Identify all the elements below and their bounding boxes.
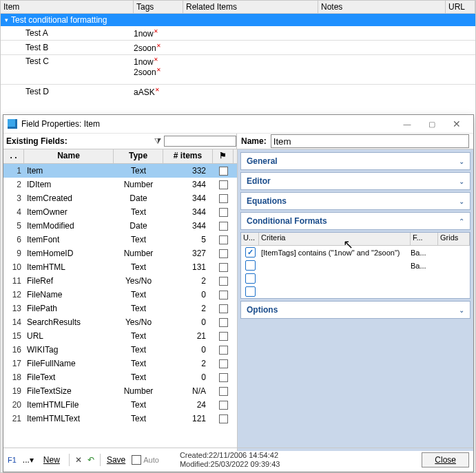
section-conditional[interactable]: Conditional Formats⌃	[240, 212, 470, 230]
field-row[interactable]: 2 IDItem Number 344	[3, 178, 237, 191]
col-url[interactable]: URL	[446, 1, 475, 13]
field-row[interactable]: 5 ItemModified Date 344	[3, 219, 237, 233]
row-flag-checkbox[interactable]	[219, 332, 228, 341]
col-flag[interactable]: ⚑	[213, 149, 234, 163]
field-row[interactable]: 19 FileTextSize Number N/A	[3, 384, 237, 398]
row-flag-checkbox[interactable]	[219, 235, 228, 244]
row-flag-checkbox[interactable]	[219, 194, 228, 203]
field-row[interactable]: 21 ItemHTMLText Text 121	[3, 412, 237, 425]
minimize-button[interactable]: —	[395, 120, 420, 128]
field-row[interactable]: 12 FileName Text 0	[3, 288, 237, 302]
row-flag-checkbox[interactable]	[219, 222, 228, 231]
col-type[interactable]: Type	[114, 149, 163, 163]
row-type: Text	[114, 262, 163, 272]
name-input[interactable]	[271, 134, 469, 148]
row-flag-checkbox[interactable]	[219, 263, 228, 272]
maximize-button[interactable]: ▢	[420, 120, 444, 129]
auto-label: Auto	[143, 456, 159, 464]
cf-use-checkbox[interactable]	[245, 286, 256, 297]
row-type: Number	[114, 180, 163, 189]
field-row[interactable]: 3 ItemCreated Date 344	[3, 191, 237, 205]
data-row[interactable]: Test C 1now✕2soon✕	[1, 54, 475, 84]
row-flag-checkbox[interactable]	[219, 414, 228, 423]
new-button[interactable]: New	[40, 454, 63, 466]
field-row[interactable]: 18 FileText Text 0	[3, 370, 237, 384]
row-type: Text	[114, 207, 163, 217]
row-flag-checkbox[interactable]	[219, 249, 228, 258]
help-f1[interactable]: F1	[8, 456, 17, 464]
row-name: ItemHTML	[24, 262, 114, 272]
tags-cell: 2soon✕	[134, 43, 183, 53]
row-flag-checkbox[interactable]	[219, 208, 228, 217]
cf-row[interactable]	[241, 272, 470, 285]
cf-col-use[interactable]: U...	[241, 233, 259, 245]
field-row[interactable]: 1 Item Text 332	[3, 164, 237, 178]
row-flag-checkbox[interactable]	[219, 291, 228, 299]
col-count[interactable]: # items	[163, 149, 213, 163]
col-notes[interactable]: Notes	[318, 1, 446, 13]
cf-use-checkbox[interactable]	[245, 247, 256, 257]
field-row[interactable]: 10 ItemHTML Text 131	[3, 260, 237, 274]
row-flag-checkbox[interactable]	[219, 373, 228, 382]
data-row[interactable]: Test A 1now✕	[1, 26, 475, 40]
row-flag-checkbox[interactable]	[219, 318, 228, 327]
row-index: 20	[3, 400, 24, 410]
col-index[interactable]: . .	[3, 149, 24, 163]
field-row[interactable]: 15 URL Text 21	[3, 329, 237, 343]
section-equations[interactable]: Equations⌄	[240, 192, 470, 210]
section-general[interactable]: General⌄	[240, 152, 470, 170]
row-flag-checkbox[interactable]	[219, 387, 228, 396]
row-flag-checkbox[interactable]	[219, 180, 228, 189]
cf-row[interactable]: [ItemTags] contains ("1now" and "2soon")…	[241, 246, 470, 259]
row-flag-checkbox[interactable]	[219, 346, 228, 355]
close-button[interactable]: ✕	[444, 118, 469, 129]
close-dialog-button[interactable]: Close	[422, 452, 469, 467]
row-name: SearchResults	[24, 317, 114, 327]
tags-cell: 1now✕	[134, 28, 183, 39]
cf-col-format[interactable]: F...	[411, 233, 438, 245]
group-title: Test conditional formatting	[11, 15, 107, 25]
section-options[interactable]: Options⌄	[240, 301, 470, 319]
filter-input[interactable]	[164, 136, 236, 147]
row-count: 21	[163, 331, 213, 341]
col-item[interactable]: Item	[1, 1, 134, 13]
titlebar[interactable]: Field Properties: Item — ▢ ✕	[3, 115, 473, 134]
undo-icon[interactable]: ↶	[85, 455, 97, 465]
cf-row[interactable]: Ba...	[241, 259, 470, 272]
field-row[interactable]: 14 SearchResults Yes/No 0	[3, 315, 237, 329]
row-name: Item	[24, 166, 114, 176]
delete-icon[interactable]: ✕	[72, 455, 85, 465]
collapse-icon: ⌃	[459, 218, 464, 225]
data-row[interactable]: Test D aASK✕	[1, 84, 475, 98]
row-flag-checkbox[interactable]	[219, 167, 228, 176]
section-editor[interactable]: Editor⌄	[240, 172, 470, 190]
field-row[interactable]: 17 FileFullName Text 2	[3, 357, 237, 370]
cf-use-checkbox[interactable]	[245, 273, 256, 284]
field-row[interactable]: 9 ItemHomeID Number 327	[3, 246, 237, 260]
row-flag-checkbox[interactable]	[219, 401, 228, 410]
field-row[interactable]: 13 FilePath Text 2	[3, 302, 237, 315]
group-row[interactable]: ▾ Test conditional formatting	[1, 14, 475, 26]
field-row[interactable]: 6 ItemFont Text 5	[3, 233, 237, 246]
row-flag-checkbox[interactable]	[219, 304, 228, 313]
field-row[interactable]: 20 ItemHTMLFile Text 24	[3, 398, 237, 412]
row-flag-checkbox[interactable]	[219, 359, 228, 368]
cf-use-checkbox[interactable]	[245, 260, 256, 271]
save-button[interactable]: Save	[103, 454, 129, 466]
col-tags[interactable]: Tags	[134, 1, 183, 13]
field-row[interactable]: 4 ItemOwner Text 344	[3, 205, 237, 219]
cf-col-criteria[interactable]: Criteria	[259, 233, 411, 245]
field-row[interactable]: 16 WIKITag Text 0	[3, 343, 237, 357]
row-name: URL	[24, 331, 114, 341]
row-count: 24	[163, 400, 213, 410]
row-flag-checkbox[interactable]	[219, 277, 228, 286]
cf-col-grids[interactable]: Grids	[438, 233, 470, 245]
auto-checkbox[interactable]	[132, 455, 141, 465]
col-name[interactable]: Name	[24, 149, 114, 163]
field-row[interactable]: 11 FileRef Yes/No 2	[3, 274, 237, 288]
more-button[interactable]: ...▾	[19, 454, 37, 466]
col-related[interactable]: Related Items	[183, 1, 318, 13]
filter-icon[interactable]: ⧩	[152, 136, 164, 146]
data-row[interactable]: Test B 2soon✕	[1, 40, 475, 54]
cf-row[interactable]	[241, 285, 470, 298]
